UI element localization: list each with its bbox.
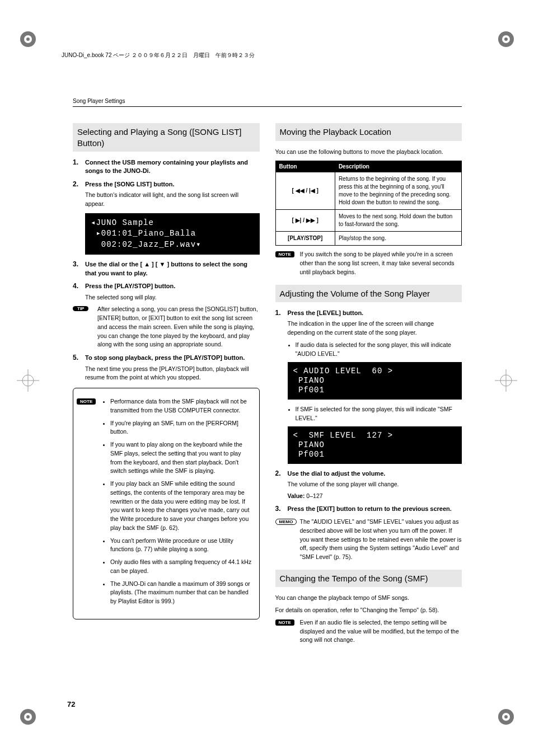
section-line: You can change the playback tempo of SMF…	[275, 594, 462, 603]
svg-point-11	[504, 715, 508, 719]
step-label: Press the [LEVEL] button.	[288, 309, 364, 317]
page-number: 72	[67, 700, 75, 708]
step-label: Use the dial to adjust the volume.	[288, 469, 386, 478]
registration-mark-icon	[11, 364, 45, 397]
registration-mark-icon	[489, 22, 523, 56]
note-bullet: If you want to play along on the keyboar…	[110, 440, 254, 476]
table-cell-button: [ ◀◀ / |◀ ]	[275, 172, 335, 210]
lcd-screenshot-song-list: ◂JUNO Sample ▸001:01_Piano_Balla 002:02_…	[85, 213, 260, 255]
section-line: For details on operation, refer to "Chan…	[275, 606, 462, 615]
section-intro: You can use the following buttons to mov…	[275, 148, 462, 157]
button-description-table: Button Description [ ◀◀ / |◀ ] Returns t…	[275, 161, 462, 246]
memo-text: The "AUDIO LEVEL" and "SMF LEVEL" values…	[300, 518, 462, 562]
step-label: Press the [PLAY/STOP] button.	[85, 282, 175, 290]
note-text: Even if an audio file is selected, the t…	[300, 618, 462, 645]
note-text: If you switch the song to be played whil…	[300, 250, 462, 276]
note-badge: NOTE	[77, 398, 96, 405]
section-title-adjusting-volume: Adjusting the Volume of the Song Player	[275, 285, 462, 303]
step-number: 1.	[275, 309, 288, 317]
step-number: 3.	[73, 260, 85, 278]
table-cell-button: [PLAY/STOP]	[275, 232, 335, 246]
note-bullet: If you're playing an SMF, turn on the [P…	[110, 419, 254, 437]
svg-point-8	[26, 715, 30, 719]
table-cell-desc: Moves to the next song. Hold down the bu…	[335, 210, 461, 232]
book-header-line: JUNO-Di_e.book 72 ページ ２００９年６月２２日 月曜日 午前９…	[62, 51, 255, 59]
note-bullet: Only audio files with a sampling frequen…	[110, 558, 254, 576]
table-header: Button	[275, 161, 335, 172]
step-label: To stop song playback, press the [PLAY/S…	[85, 354, 245, 362]
tip-text: After selecting a song, you can press th…	[97, 305, 260, 349]
sub-bullet: If SMF is selected for the song player, …	[296, 405, 462, 423]
table-header: Description	[335, 161, 461, 172]
table-row: [ ◀◀ / |◀ ] Returns to the beginning of …	[275, 172, 462, 210]
lcd-screenshot-smf-level: < SMF LEVEL 127 > PIANO Pf001	[288, 426, 462, 463]
note-badge: NOTE	[275, 251, 294, 257]
registration-mark-icon	[11, 22, 45, 56]
step-sub: The volume of the song player will chang…	[288, 480, 462, 489]
step-sub: The next time you press the [PLAY/STOP] …	[85, 365, 260, 383]
step-sub: The indication in the upper line of the …	[288, 320, 462, 337]
step-sub: The selected song will play.	[85, 293, 260, 302]
section-title-changing-tempo: Changing the Tempo of the Song (SMF)	[275, 570, 462, 588]
svg-point-5	[504, 37, 508, 41]
lcd-screenshot-audio-level: < AUDIO LEVEL 60 > PIANO Pf001	[288, 362, 462, 399]
step-number: 2.	[275, 469, 288, 478]
step-number: 4.	[73, 282, 85, 290]
running-head: Song Player Settings	[73, 98, 462, 107]
table-row: [PLAY/STOP] Play/stop the song.	[275, 232, 462, 246]
registration-mark-icon	[11, 700, 45, 734]
note-bullet: If you play back an SMF while editing th…	[110, 480, 254, 533]
step-number: 5.	[73, 354, 85, 362]
registration-mark-icon	[489, 364, 523, 397]
svg-point-2	[26, 37, 30, 41]
memo-badge: MEMO	[275, 519, 297, 525]
table-cell-button: [ ▶| / ▶▶ ]	[275, 210, 335, 232]
step-label: Use the dial or the [ ▲ ] [ ▼ ] buttons …	[85, 260, 260, 278]
sub-bullet: If audio data is selected for the song p…	[296, 341, 462, 359]
step-number: 1.	[73, 158, 85, 176]
step-number: 3.	[275, 505, 288, 513]
value-line: Value: 0–127	[288, 492, 462, 499]
table-cell-desc: Returns to the beginning of the song. If…	[335, 172, 461, 210]
step-sub: The button's indicator will light, and t…	[85, 191, 260, 209]
table-row: [ ▶| / ▶▶ ] Moves to the next song. Hold…	[275, 210, 462, 232]
step-number: 2.	[73, 180, 85, 189]
table-cell-desc: Play/stop the song.	[335, 232, 461, 246]
tip-badge: TIP	[73, 306, 88, 311]
section-title-moving-playback: Moving the Playback Location	[275, 123, 462, 141]
step-label: Connect the USB memory containing your p…	[85, 158, 260, 176]
step-label: Press the [SONG LIST] button.	[85, 180, 175, 189]
note-bullet: The JUNO-Di can handle a maximum of 399 …	[110, 580, 254, 606]
note-badge: NOTE	[275, 619, 294, 626]
step-label: Press the [EXIT] button to return to the…	[288, 505, 452, 513]
registration-mark-icon	[489, 700, 523, 734]
note-bullet: Performance data from the SMF playback w…	[110, 397, 254, 415]
note-bullet: You can't perform Write procedure or use…	[110, 537, 254, 555]
section-title-select-song: Selecting and Playing a Song ([SONG LIST…	[73, 123, 260, 152]
